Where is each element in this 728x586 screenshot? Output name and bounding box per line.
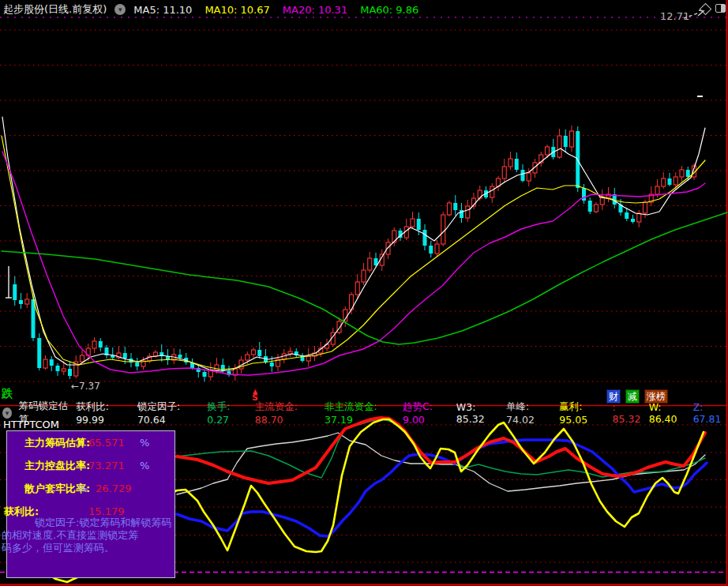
trading-app-window: 起步股份(日线.前复权) ▾ MA5: 11.10MA10: 10.67MA20… xyxy=(0,0,728,586)
split-layout-icon[interactable] xyxy=(715,4,726,13)
ma-label: MA5: 11.10 xyxy=(133,4,192,16)
percent-sign: % xyxy=(78,483,88,494)
watermark-text: HTTPTCOM xyxy=(3,419,59,430)
description-line: 的相对速度.不直接监测锁定筹 xyxy=(2,529,188,542)
percent-sign: % xyxy=(140,460,149,471)
ma-label: MA20: 10.31 xyxy=(283,4,347,16)
info-row: 主力筹码估算:65.571% xyxy=(7,431,174,454)
indicator-description: 锁定因子:锁定筹码和解锁筹码的相对速度.不直接监测锁定筹码多少，但可监测筹码。 xyxy=(2,517,188,554)
ma-legend: MA5: 11.10MA10: 10.67MA20: 10.31MA60: 9.… xyxy=(133,4,418,16)
info-row-label: 主力筹码估算: xyxy=(24,436,90,450)
ma-label: MA60: 9.86 xyxy=(360,4,418,16)
indicator-header-item: 单峰: 74.02 xyxy=(506,400,552,426)
indicator-header-item: W: 86.40 xyxy=(649,401,686,425)
indicator-header-item: 获利比: 99.99 xyxy=(76,400,130,426)
low-price-marker: ←7.37 xyxy=(71,381,100,392)
description-line: 码多少，但可监测筹码。 xyxy=(2,542,188,554)
top-bar: 起步股份(日线.前复权) ▾ MA5: 11.10MA10: 10.67MA20… xyxy=(3,2,418,17)
indicator-header-item: : 85.32 xyxy=(613,401,642,425)
info-row-value: 65.571 xyxy=(88,437,125,449)
percent-sign: % xyxy=(140,437,149,449)
indicator-header-item: 赢利: 95.05 xyxy=(559,400,605,426)
info-row: 主力控盘比率:73.271% xyxy=(7,454,174,477)
info-row-label: 主力控盘比率: xyxy=(24,459,90,473)
chip-info-popup: 主力筹码估算:65.571%主力控盘比率:73.271%散户套牢比率:%26.7… xyxy=(6,430,175,578)
stock-title: 起步股份(日线.前复权) xyxy=(3,2,107,17)
info-row-value: 73.271 xyxy=(88,460,125,471)
indicator-header-item: 非主流资金: 37.19 xyxy=(325,400,396,426)
info-row-value: 15.179 xyxy=(88,505,125,517)
chevron-down-icon[interactable]: ▾ xyxy=(114,4,126,15)
indicator-header-item: 主流资金: 88.70 xyxy=(255,400,317,426)
info-row: 散户套牢比率:%26.729 xyxy=(7,477,174,500)
indicator-header-item: 换手: 0.27 xyxy=(207,400,248,426)
fall-badge: 跌 xyxy=(2,387,13,401)
indicator-header-item: 趋势C: 9.00 xyxy=(403,400,449,426)
indicator-header-item: 锁定因子: 70.64 xyxy=(137,400,200,426)
description-line: 锁定因子:锁定筹码和解锁筹码 xyxy=(35,517,188,529)
indicator-header-item: Z: 67.81 xyxy=(693,401,728,425)
indicator-header-item: W3: 85.32 xyxy=(456,401,499,425)
chevron-down-icon[interactable]: ▾ xyxy=(2,408,12,419)
info-rows: 主力筹码估算:65.571%主力控盘比率:73.271%散户套牢比率:%26.7… xyxy=(7,431,174,523)
info-row-value: 26.729 xyxy=(96,483,132,494)
indicator-header: ▾ 筹码锁定估算获利比: 99.99锁定因子: 70.64换手: 0.27主流资… xyxy=(2,407,728,419)
ma-label: MA10: 10.67 xyxy=(205,4,269,16)
